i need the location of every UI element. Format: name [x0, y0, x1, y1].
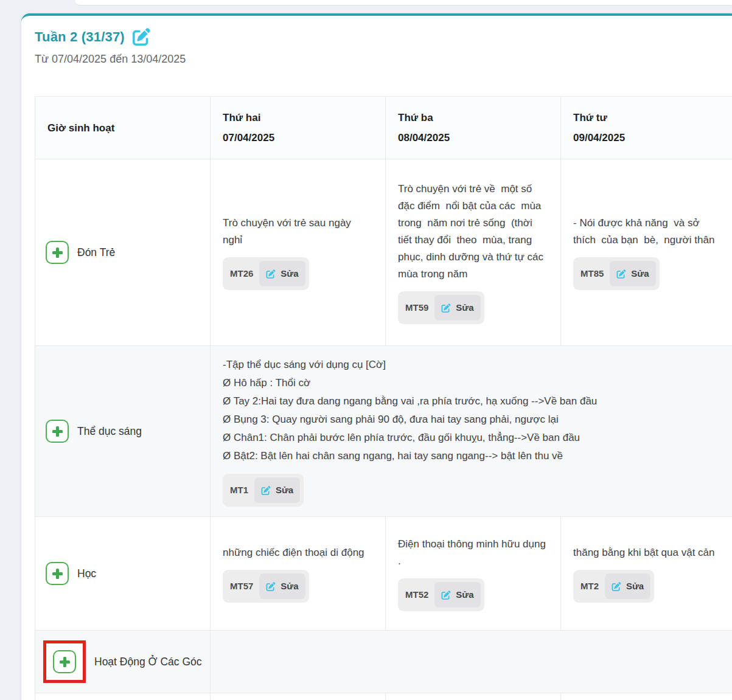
week-title: Tuần 2 (31/37) [35, 29, 125, 45]
activity-label: Học [77, 564, 96, 583]
row-partial [35, 693, 732, 700]
mt-code: MT1 [230, 482, 248, 499]
mt-code: MT59 [405, 299, 428, 316]
edit-cell-button[interactable]: Sửa [259, 261, 305, 286]
mt-code: MT2 [580, 578, 599, 595]
schedule-table: Giờ sinh hoạt Thứ hai 07/04/2025 Thứ ba … [35, 96, 732, 700]
edit-cell-button[interactable]: Sửa [259, 574, 305, 599]
cell-don-tre-monday: Trò chuyện với trẻ sau ngày nghỉ MT26 Sử… [211, 159, 386, 346]
mt-badge: MT52 Sửa [398, 578, 484, 611]
red-highlight-box [43, 640, 86, 683]
cell-text: những chiếc điện thoại di động [223, 544, 373, 561]
cell-hoat-dong-empty [211, 631, 732, 693]
edit-cell-button[interactable]: Sửa [254, 477, 300, 503]
plus-icon [52, 569, 63, 579]
week-title-row: Tuần 2 (31/37) [35, 28, 732, 46]
row-the-duc-sang: Thể dục sáng -Tập thể dục sáng với dụng … [35, 346, 732, 517]
add-activity-button[interactable] [46, 420, 69, 443]
cell-text: Trò chuyện với trẻ về một số đặc điểm nổ… [398, 181, 548, 283]
header-wednesday: Thứ tư 09/04/2025 [561, 97, 732, 159]
row-hoat-dong-o-cac-goc: Hoạt Động Ở Các Góc [35, 631, 732, 693]
add-activity-button[interactable] [46, 562, 69, 585]
edit-cell-button[interactable]: Sửa [434, 295, 480, 321]
row-don-tre: Đón Trẻ Trò chuyện với trẻ sau ngày nghỉ… [35, 159, 732, 346]
edit-icon [441, 591, 451, 600]
cell-hoc-tuesday: Điện thoại thông minh hữu dụng . MT52 Sử… [386, 517, 561, 631]
row-hoc: Học những chiếc điện thoại di động MT57 … [35, 517, 732, 631]
add-activity-button[interactable] [46, 241, 69, 264]
cell-the-duc-sang: -Tập thể dục sáng với dụng cụ [Cờ] Ø Hô … [211, 346, 732, 517]
header-monday: Thứ hai 07/04/2025 [211, 97, 386, 159]
cell-don-tre-tuesday: Trò chuyện với trẻ về một số đặc điểm nổ… [386, 159, 561, 346]
plus-icon [52, 426, 63, 437]
week-date-range: Từ 07/04/2025 đến 13/04/2025 [35, 53, 732, 66]
mt-badge: MT2 Sửa [573, 570, 654, 603]
edit-cell-button[interactable]: Sửa [434, 582, 480, 608]
plus-icon [52, 248, 63, 258]
add-activity-button-highlighted[interactable] [53, 650, 76, 673]
mt-code: MT85 [580, 265, 604, 282]
edit-icon [441, 303, 451, 313]
cell-text: - Nói được khả năng và sở thích của bạn … [573, 215, 723, 249]
cell-hoc-monday: những chiếc điện thoại di động MT57 Sửa [211, 517, 386, 631]
cell-text: thăng bằng khi bật qua vật cản [573, 544, 723, 561]
activity-label: Đón Trẻ [77, 243, 115, 262]
activity-label: Thể dục sáng [77, 422, 142, 440]
edit-icon [616, 269, 626, 279]
edit-icon [266, 269, 276, 279]
cell-don-tre-wednesday: - Nói được khả năng và sở thích của bạn … [561, 159, 732, 346]
mt-code: MT57 [230, 578, 253, 595]
edit-cell-button[interactable]: Sửa [605, 574, 650, 599]
edit-week-button[interactable] [132, 28, 151, 46]
mt-code: MT52 [405, 586, 428, 603]
edit-cell-button[interactable]: Sửa [610, 261, 655, 286]
cell-text: -Tập thể dục sáng với dụng cụ [Cờ] Ø Hô … [223, 356, 723, 465]
previous-card-bottom [75, 0, 732, 5]
header-row: Giờ sinh hoạt Thứ hai 07/04/2025 Thứ ba … [35, 97, 732, 159]
plus-icon [60, 657, 70, 667]
mt-code: MT26 [230, 265, 253, 282]
mt-badge: MT57 Sửa [223, 570, 309, 603]
mt-badge: MT1 Sửa [223, 474, 304, 507]
cell-text: Điện thoại thông minh hữu dụng . [398, 536, 548, 570]
edit-icon [261, 486, 271, 495]
mt-badge: MT59 Sửa [398, 291, 484, 324]
cell-text: Trò chuyện với trẻ sau ngày nghỉ [223, 215, 373, 249]
activity-label: Hoạt Động Ở Các Góc [94, 653, 201, 671]
mt-badge: MT26 Sửa [223, 257, 309, 290]
cell-hoc-wednesday: thăng bằng khi bật qua vật cản MT2 Sửa [561, 517, 732, 631]
mt-badge: MT85 Sửa [573, 257, 660, 290]
edit-icon [612, 582, 621, 591]
header-tuesday: Thứ ba 08/04/2025 [386, 97, 561, 159]
week-plan-card: Tuần 2 (31/37) Từ 07/04/2025 đến 13/04/2… [21, 13, 732, 700]
header-activity-time: Giờ sinh hoạt [35, 97, 211, 159]
edit-icon [132, 28, 151, 46]
edit-icon [266, 582, 276, 591]
